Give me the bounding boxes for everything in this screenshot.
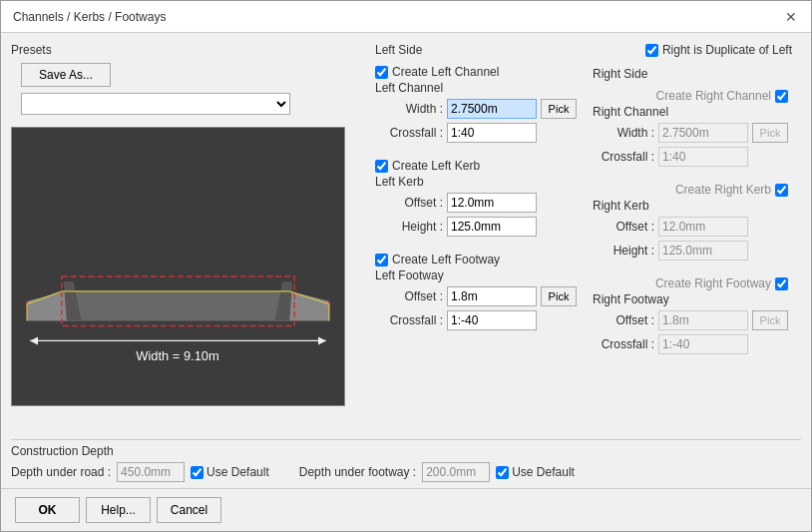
left-kerb-group: Create Left Kerb Left Kerb Offset : Heig… (375, 159, 585, 241)
window-title: Channels / Kerbs / Footways (13, 10, 166, 24)
footway-depth-input[interactable] (422, 462, 490, 482)
right-kerb-height-input[interactable] (658, 241, 748, 261)
road-use-default-row: Use Default (191, 465, 269, 479)
footway-depth-row: Depth under footway : Use Default (299, 462, 575, 482)
presets-section: Presets Save As... (11, 43, 365, 115)
duplicate-checkbox[interactable] (645, 44, 658, 57)
main-content: Presets Save As... (1, 33, 811, 435)
right-footway-pick: Pick (752, 310, 788, 330)
right-footway-sub: Right Footway Offset : Pick Crossfall : (593, 292, 792, 354)
create-right-kerb-row: Create Right Kerb (593, 183, 792, 197)
left-channel-width-input[interactable] (447, 99, 537, 119)
save-as-button[interactable]: Save As... (21, 63, 111, 87)
right-channel-width-pick: Pick (752, 123, 788, 143)
construction-wrapper: Depth under road : Use Default Depth und… (11, 462, 801, 482)
left-kerb-offset-input[interactable] (447, 193, 537, 213)
cancel-button[interactable]: Cancel (157, 497, 221, 523)
right-footway-crossfall-input[interactable] (658, 334, 748, 354)
create-left-channel-checkbox[interactable] (375, 66, 388, 79)
main-window: Channels / Kerbs / Footways ✕ Presets Sa… (0, 0, 812, 532)
left-kerb-height-input[interactable] (447, 217, 537, 237)
left-kerb-title: Left Kerb (375, 175, 585, 189)
create-left-channel-label: Create Left Channel (392, 65, 499, 79)
right-footway-title: Right Footway (593, 292, 792, 306)
create-right-channel-label: Create Right Channel (656, 89, 771, 103)
left-channel-sub: Left Channel Width : Pick Crossfall : (375, 81, 585, 143)
footway-depth-col: Depth under footway : Use Default (299, 462, 575, 482)
right-kerb-offset-row: Offset : (593, 217, 792, 237)
create-right-channel-row: Create Right Channel (593, 89, 792, 103)
left-footway-group: Create Left Footway Left Footway Offset … (375, 253, 585, 334)
right-kerb-height-label: Height : (593, 244, 654, 258)
create-right-channel-checkbox[interactable] (775, 90, 788, 103)
right-footway-offset-input[interactable] (658, 310, 748, 330)
help-button[interactable]: Help... (86, 497, 151, 523)
right-kerb-height-row: Height : (593, 241, 792, 261)
svg-marker-1 (67, 291, 289, 321)
left-footway-offset-label: Offset : (375, 289, 443, 303)
left-channel-crossfall-input[interactable] (447, 123, 537, 143)
ok-button[interactable]: OK (15, 497, 80, 523)
left-footway-offset-input[interactable] (447, 286, 537, 306)
right-panel: Left Side Create Left Channel Left Chann… (375, 43, 801, 425)
left-footway-crossfall-input[interactable] (447, 310, 537, 330)
road-depth-input[interactable] (117, 462, 185, 482)
left-footway-crossfall-label: Crossfall : (375, 313, 443, 327)
left-footway-title: Left Footway (375, 268, 585, 282)
create-left-kerb-label: Create Left Kerb (392, 159, 480, 173)
footway-depth-label: Depth under footway : (299, 465, 416, 479)
footway-use-default-checkbox[interactable] (496, 466, 509, 479)
preview-svg: Width = 9.10m (12, 128, 344, 405)
left-panel: Presets Save As... (11, 43, 365, 425)
right-kerb-sub: Right Kerb Offset : Height : (593, 199, 792, 261)
create-left-kerb-checkbox[interactable] (375, 160, 388, 173)
left-channel-crossfall-row: Crossfall : (375, 123, 585, 143)
create-left-channel-row: Create Left Channel (375, 65, 585, 79)
create-left-footway-checkbox[interactable] (375, 254, 388, 266)
right-kerb-group: Create Right Kerb Right Kerb Offset : He… (593, 183, 792, 265)
title-bar: Channels / Kerbs / Footways ✕ (1, 1, 811, 33)
left-footway-crossfall-row: Crossfall : (375, 310, 585, 330)
left-footway-pick[interactable]: Pick (541, 286, 577, 306)
construction-section: Construction Depth Depth under road : Us… (1, 435, 811, 488)
create-right-footway-row: Create Right Footway (593, 276, 792, 290)
right-channel-width-input[interactable] (658, 123, 748, 143)
create-right-kerb-checkbox[interactable] (775, 184, 788, 197)
right-channel-sub: Right Channel Width : Pick Crossfall : (593, 105, 792, 167)
right-side-header: Right Side (593, 67, 792, 81)
left-kerb-height-label: Height : (375, 220, 443, 234)
preset-dropdown[interactable] (21, 93, 290, 115)
road-use-default-checkbox[interactable] (191, 466, 203, 479)
right-footway-group: Create Right Footway Right Footway Offse… (593, 276, 792, 358)
road-depth-label: Depth under road : (11, 465, 111, 479)
left-channel-group: Create Left Channel Left Channel Width :… (375, 65, 585, 147)
road-depth-col: Depth under road : Use Default (11, 462, 269, 482)
create-right-footway-checkbox[interactable] (775, 277, 788, 290)
svg-text:Width = 9.10m: Width = 9.10m (136, 348, 218, 363)
middle-section: Left Side Create Left Channel Left Chann… (375, 43, 585, 425)
create-left-kerb-row: Create Left Kerb (375, 159, 585, 173)
right-channel-group: Create Right Channel Right Channel Width… (593, 89, 792, 171)
close-icon: ✕ (785, 9, 797, 25)
left-footway-sub: Left Footway Offset : Pick Crossfall : (375, 268, 585, 330)
right-kerb-offset-input[interactable] (658, 217, 748, 237)
right-footway-crossfall-row: Crossfall : (593, 334, 792, 354)
right-channel-crossfall-input[interactable] (658, 147, 748, 167)
close-button[interactable]: ✕ (783, 9, 799, 25)
right-channel-title: Right Channel (593, 105, 792, 119)
left-side-header: Left Side (375, 43, 585, 57)
left-footway-offset-row: Offset : Pick (375, 286, 585, 306)
left-kerb-sub: Left Kerb Offset : Height : (375, 175, 585, 237)
right-channel-crossfall-label: Crossfall : (593, 150, 654, 164)
left-channel-title: Left Channel (375, 81, 585, 95)
road-depth-row: Depth under road : Use Default (11, 462, 269, 482)
left-channel-width-pick[interactable]: Pick (541, 99, 577, 119)
right-channel-width-row: Width : Pick (593, 123, 792, 143)
left-channel-width-label: Width : (375, 102, 443, 116)
footway-use-default-row: Use Default (496, 465, 575, 479)
construction-title: Construction Depth (11, 444, 114, 458)
create-right-kerb-label: Create Right Kerb (675, 183, 771, 197)
right-kerb-offset-label: Offset : (593, 220, 654, 234)
create-right-footway-label: Create Right Footway (655, 276, 771, 290)
left-kerb-offset-label: Offset : (375, 196, 443, 210)
